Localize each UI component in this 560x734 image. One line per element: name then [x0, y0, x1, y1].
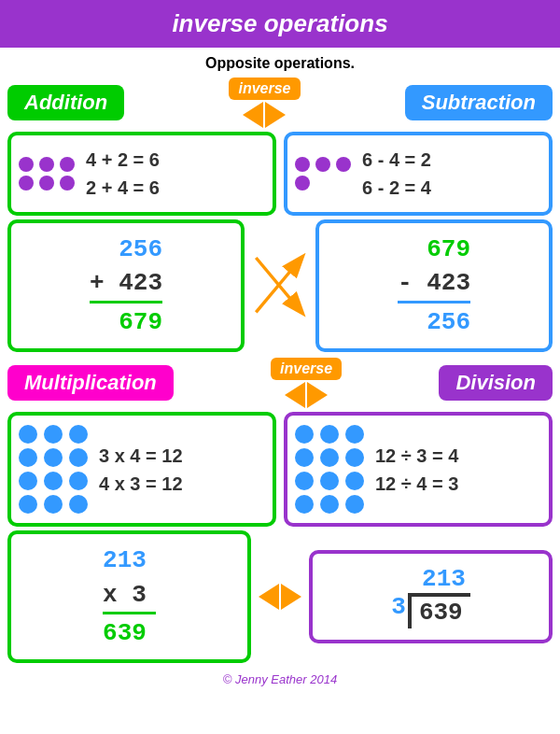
- header-title: inverse operations: [172, 9, 387, 37]
- dot: [345, 495, 364, 514]
- addition-vertical-card: 256 + 423 679: [7, 219, 245, 352]
- addition-mid: + 423: [90, 266, 162, 300]
- div-expression: 3 639: [391, 593, 469, 628]
- subtraction-card: 6 - 4 = 2 6 - 2 = 4: [284, 132, 553, 216]
- addition-line-2: 2 + 4 = 6: [86, 174, 160, 202]
- subtraction-top: 679: [398, 233, 470, 266]
- arrow-right-1: [265, 102, 286, 128]
- dot: [320, 495, 339, 514]
- dot: [295, 425, 314, 444]
- dot: [44, 448, 63, 467]
- addition-card: 4 + 2 = 6 2 + 4 = 6: [7, 132, 276, 216]
- division-label: Division: [439, 365, 553, 401]
- dot: [345, 425, 364, 444]
- subtraction-dots: [295, 157, 353, 191]
- arrow-left-3: [259, 584, 279, 610]
- mult-line-1: 3 x 4 = 12: [99, 442, 183, 470]
- dot-empty: [336, 176, 351, 191]
- cards-row-1: 4 + 2 = 6 2 + 4 = 6 6 - 4 = 2 6 - 2 = 4: [7, 132, 553, 216]
- dot: [315, 157, 330, 172]
- subtraction-label: Subtraction: [405, 85, 553, 120]
- addition-line-1: 4 + 2 = 6: [86, 146, 160, 174]
- dot: [69, 472, 88, 490]
- division-long: 213 3 639: [391, 565, 469, 628]
- inverse-arrow-1: inverse: [229, 78, 300, 128]
- dot: [69, 425, 88, 444]
- footer: © Jenny Eather 2014: [0, 667, 560, 690]
- dot: [39, 176, 54, 191]
- dot-empty: [315, 176, 330, 191]
- dot: [295, 495, 314, 514]
- dot: [345, 472, 364, 490]
- addition-top: 256: [90, 233, 162, 266]
- arrow-left-1: [243, 102, 263, 128]
- inverse-arrow-2: inverse: [271, 358, 342, 408]
- div-vertical-card: 213 3 639: [309, 550, 553, 643]
- div-line-1: 12 ÷ 3 = 4: [375, 442, 458, 470]
- dot: [44, 472, 63, 490]
- dot: [19, 425, 37, 444]
- dot: [19, 176, 34, 191]
- multiplication-dots: [19, 425, 90, 514]
- subtraction-vertical-math: 679 - 423 256: [398, 233, 470, 339]
- arrow-right-2: [307, 382, 328, 408]
- dot: [336, 157, 351, 172]
- division-card: 12 ÷ 3 = 4 12 ÷ 4 = 3: [284, 412, 553, 527]
- page-header: inverse operations: [0, 0, 560, 48]
- multiplication-math: 3 x 4 = 12 4 x 3 = 12: [99, 442, 183, 498]
- addition-dots: [19, 157, 77, 191]
- cards-row-2: 256 + 423 679: [7, 219, 553, 352]
- dual-arrow-1: [243, 102, 286, 128]
- subtraction-mid: - 423: [398, 266, 470, 300]
- op-row-2: Multiplication inverse Division: [7, 358, 553, 408]
- dot: [295, 472, 314, 490]
- inverse-label-2: inverse: [271, 358, 342, 380]
- div-divisor: 3: [391, 593, 406, 621]
- dot: [320, 448, 339, 467]
- addition-vertical-math: 256 + 423 679: [90, 233, 162, 339]
- division-dots: [295, 425, 366, 514]
- div-dividend: 639: [408, 593, 470, 628]
- div-line-2: 12 ÷ 4 = 3: [375, 470, 458, 498]
- dot: [69, 495, 88, 514]
- dot: [44, 495, 63, 514]
- dot: [19, 448, 37, 467]
- inverse-label-1: inverse: [229, 78, 300, 100]
- dot: [60, 157, 75, 172]
- mult-vertical-math: 213 x 3 639: [103, 543, 156, 650]
- addition-result: 679: [90, 301, 162, 339]
- addition-math: 4 + 2 = 6 2 + 4 = 6: [86, 146, 160, 202]
- div-quotient: 213: [391, 565, 469, 593]
- dot: [295, 448, 314, 467]
- subtitle: Opposite operations.: [0, 55, 560, 72]
- dual-arrow-2: [285, 382, 328, 408]
- dual-arrow-3: [259, 584, 301, 610]
- mult-vertical-card: 213 x 3 639: [7, 530, 251, 663]
- multiplication-card: 3 x 4 = 12 4 x 3 = 12: [7, 412, 276, 527]
- dot: [69, 448, 88, 467]
- dot: [19, 472, 37, 490]
- dot: [39, 157, 54, 172]
- dot: [345, 448, 364, 467]
- cross-arrows: [252, 234, 308, 337]
- dot: [295, 157, 310, 172]
- dot: [44, 425, 63, 444]
- mult-result: 639: [103, 612, 156, 650]
- mult-mid: x 3: [103, 578, 156, 612]
- arrow-left-2: [285, 382, 305, 408]
- mult-top: 213: [103, 543, 156, 577]
- dot: [19, 495, 37, 514]
- multiplication-label: Multiplication: [7, 365, 174, 401]
- subtraction-line-1: 6 - 4 = 2: [362, 146, 431, 174]
- division-math: 12 ÷ 3 = 4 12 ÷ 4 = 3: [375, 442, 458, 498]
- dot: [320, 472, 339, 490]
- subtraction-math: 6 - 4 = 2 6 - 2 = 4: [362, 146, 431, 202]
- op-row-1: Addition inverse Subtraction: [7, 78, 553, 128]
- arrow-right-3: [281, 584, 301, 610]
- cards-row-4: 213 x 3 639 213 3 639: [7, 530, 553, 663]
- footer-text: © Jenny Eather 2014: [223, 672, 337, 686]
- subtraction-result: 256: [398, 301, 470, 339]
- dot: [19, 157, 34, 172]
- dot: [60, 176, 75, 191]
- horiz-double-arrow: [259, 584, 301, 610]
